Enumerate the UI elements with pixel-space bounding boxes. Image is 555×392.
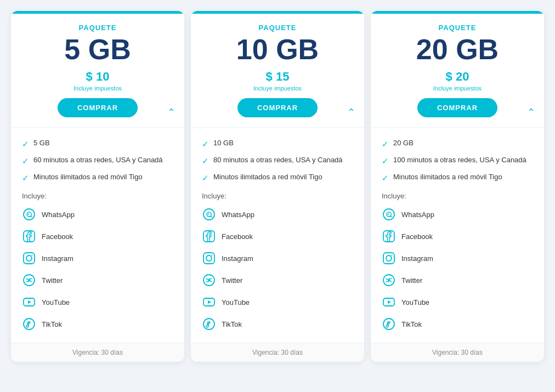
social-label: WhatsApp [222, 211, 254, 219]
svg-point-29 [383, 319, 394, 329]
social-item-facebook: Facebook [382, 225, 533, 247]
social-item-youtube: YouTube [202, 291, 353, 313]
tiktok-icon [22, 317, 36, 331]
social-label: TikTok [401, 320, 422, 328]
includes-label: Incluye: [382, 192, 533, 200]
buy-button[interactable]: COMPRAR [58, 98, 138, 117]
svg-point-23 [386, 255, 392, 261]
social-item-twitter: Twitter [382, 269, 533, 291]
check-icon: ✓ [382, 173, 389, 183]
svg-rect-12 [203, 253, 214, 264]
whatsapp-icon [202, 207, 216, 221]
social-item-instagram: Instagram [382, 247, 533, 269]
feature-text: Minutos ilimitados a red móvil Tigo [33, 173, 143, 181]
feature-item: ✓Minutos ilimitados a red móvil Tigo [202, 169, 353, 186]
social-label: Twitter [42, 276, 63, 285]
feature-text: 100 minutos a otras redes, USA y Canadá [393, 156, 526, 164]
plan-price: $ 10 [22, 70, 173, 84]
svg-rect-2 [24, 253, 35, 264]
check-icon: ✓ [382, 156, 389, 166]
feature-text: 20 GB [393, 139, 414, 147]
social-item-whatsapp: WhatsApp [202, 203, 353, 225]
feature-text: Minutos ilimitados a red móvil Tigo [213, 173, 322, 181]
plan-header: PAQUETE 20 GB $ 20 Incluye impuestos COM… [371, 11, 544, 127]
social-item-youtube: YouTube [22, 291, 173, 313]
plan-tax: Incluye impuestos [382, 85, 533, 92]
check-icon: ✓ [202, 173, 209, 183]
plan-footer: Vigencia: 30 días [191, 343, 364, 362]
plan-footer: Vigencia: 30 días [371, 343, 544, 362]
social-label: TikTok [222, 320, 242, 328]
social-label: Instagram [401, 254, 433, 263]
plan-tax: Incluye impuestos [22, 85, 173, 92]
tiktok-icon [382, 317, 396, 331]
feature-item: ✓5 GB [22, 135, 173, 152]
plan-body: ✓5 GB✓60 minutos a otras redes, USA y Ca… [11, 127, 184, 343]
social-item-instagram: Instagram [22, 247, 173, 269]
buy-button[interactable]: COMPRAR [237, 98, 318, 117]
plan-header: PAQUETE 10 GB $ 15 Incluye impuestos COM… [191, 11, 364, 127]
svg-marker-18 [208, 300, 211, 304]
feature-item: ✓10 GB [202, 135, 353, 152]
social-label: Facebook [42, 232, 73, 241]
plan-size: 20 GB [382, 34, 533, 65]
youtube-icon [22, 295, 36, 309]
check-icon: ✓ [202, 156, 209, 166]
social-item-whatsapp: WhatsApp [22, 203, 173, 225]
whatsapp-icon [22, 207, 36, 221]
facebook-icon [202, 229, 216, 243]
plan-body: ✓10 GB✓80 minutos a otras redes, USA y C… [191, 127, 364, 343]
plan-card-2: PAQUETE 20 GB $ 20 Incluye impuestos COM… [371, 11, 544, 362]
social-label: Twitter [222, 276, 242, 285]
chevron-up-icon: ⌃ [167, 106, 175, 118]
tiktok-icon [202, 317, 216, 331]
feature-item: ✓60 minutos a otras redes, USA y Canadá [22, 152, 173, 169]
plans-container: PAQUETE 5 GB $ 10 Incluye impuestos COMP… [5, 5, 550, 367]
social-item-tiktok: TikTok [22, 313, 173, 335]
social-item-tiktok: TikTok [382, 313, 533, 335]
feature-text: 10 GB [213, 139, 234, 147]
feature-text: Minutos ilimitados a red móvil Tigo [393, 173, 502, 181]
instagram-icon [22, 251, 36, 265]
instagram-icon [202, 251, 216, 265]
svg-marker-8 [28, 300, 31, 304]
includes-label: Incluye: [22, 192, 173, 200]
social-label: Instagram [222, 254, 253, 263]
plan-header: PAQUETE 5 GB $ 10 Incluye impuestos COMP… [11, 11, 184, 127]
social-label: Instagram [42, 254, 73, 263]
check-icon: ✓ [22, 173, 29, 183]
feature-text: 80 minutos a otras redes, USA y Canadá [213, 156, 343, 164]
social-label: YouTube [401, 298, 429, 306]
svg-rect-1 [24, 231, 35, 242]
check-icon: ✓ [22, 156, 29, 166]
twitter-icon [202, 273, 216, 287]
social-item-whatsapp: WhatsApp [382, 203, 533, 225]
youtube-icon [382, 295, 396, 309]
buy-button[interactable]: COMPRAR [417, 98, 497, 117]
social-label: WhatsApp [42, 211, 75, 219]
feature-item: ✓80 minutos a otras redes, USA y Canadá [202, 152, 353, 169]
plan-size: 10 GB [202, 34, 353, 65]
check-icon: ✓ [382, 139, 389, 149]
svg-point-24 [392, 255, 393, 256]
plan-tax: Incluye impuestos [202, 85, 353, 92]
svg-point-19 [203, 319, 214, 329]
plan-card-1: PAQUETE 10 GB $ 15 Incluye impuestos COM… [191, 11, 364, 362]
svg-point-4 [32, 255, 33, 256]
plan-label: PAQUETE [22, 24, 173, 32]
svg-point-9 [24, 319, 35, 329]
plan-body: ✓20 GB✓100 minutos a otras redes, USA y … [371, 127, 544, 343]
facebook-icon [382, 229, 396, 243]
plan-label: PAQUETE [202, 24, 353, 32]
plan-card-0: PAQUETE 5 GB $ 10 Incluye impuestos COMP… [11, 11, 184, 362]
feature-item: ✓Minutos ilimitados a red móvil Tigo [22, 169, 173, 186]
check-icon: ✓ [202, 139, 209, 149]
social-label: Facebook [401, 232, 433, 241]
social-label: WhatsApp [401, 211, 434, 219]
feature-item: ✓Minutos ilimitados a red móvil Tigo [382, 169, 533, 186]
social-item-instagram: Instagram [202, 247, 353, 269]
svg-marker-28 [388, 300, 391, 304]
youtube-icon [202, 295, 216, 309]
feature-item: ✓20 GB [382, 135, 533, 152]
social-item-twitter: Twitter [22, 269, 173, 291]
